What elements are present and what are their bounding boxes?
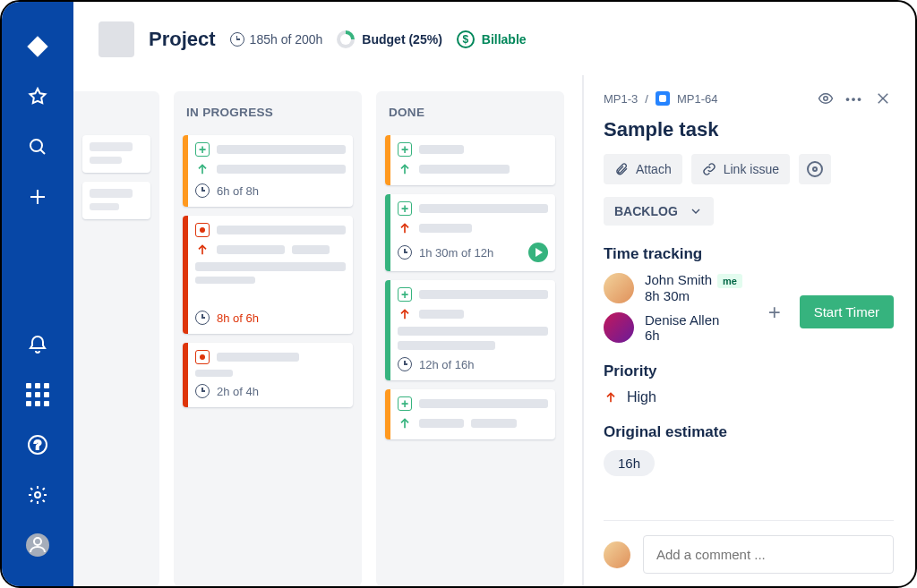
project-title: Project — [149, 28, 216, 51]
board-column-done: DONE + + 1h 30m of 12h — [376, 91, 564, 586]
card-time: 1h 30m of 12h — [419, 246, 493, 260]
card-time: 6h of 8h — [217, 184, 259, 198]
board-card[interactable]: 8h of 6h — [183, 216, 353, 334]
clock-icon — [398, 357, 412, 371]
play-button[interactable] — [528, 243, 548, 262]
task-title: Sample task — [604, 118, 894, 141]
profile-avatar-icon[interactable] — [20, 527, 56, 563]
link-label: Link issue — [724, 162, 779, 176]
budget-text: Budget (25%) — [362, 32, 441, 47]
arrow-up-icon — [195, 243, 210, 257]
search-icon[interactable] — [20, 129, 56, 165]
attach-label: Attach — [636, 162, 672, 176]
kanban-board: IN PROGRESS + 6h of 8h — [73, 75, 582, 586]
estimate-heading: Original estimate — [604, 423, 894, 441]
person-time: 8h 30m — [645, 288, 742, 303]
arrow-up-icon — [195, 162, 210, 176]
priority-value: High — [627, 389, 656, 405]
billable-text: Billable — [482, 32, 527, 47]
plus-square-icon: + — [398, 396, 412, 411]
board-card[interactable]: + 12h of 16h — [385, 280, 555, 380]
svg-line-1 — [40, 149, 45, 154]
plus-square-icon: + — [398, 287, 412, 302]
breadcrumb-child[interactable]: MP1-64 — [677, 92, 718, 106]
board-card[interactable]: 2h of 4h — [183, 343, 353, 407]
diamond-icon[interactable] — [20, 29, 56, 64]
board-column-title: DONE — [385, 102, 555, 126]
more-icon[interactable]: ••• — [844, 88, 865, 109]
billable-chip: $ Billable — [457, 30, 527, 48]
board-card[interactable]: + — [385, 135, 555, 185]
clock-icon — [230, 32, 244, 47]
time-entry: John Smithme 8h 30m — [604, 272, 750, 303]
board-card[interactable]: + 1h 30m of 12h — [385, 194, 555, 271]
svg-point-7 — [34, 538, 41, 545]
start-timer-button[interactable]: Start Timer — [800, 295, 894, 328]
clock-icon — [398, 245, 412, 260]
hours-text: 185h of 200h — [250, 32, 323, 47]
plus-square-icon: + — [195, 142, 210, 157]
attach-button[interactable]: Attach — [604, 154, 682, 184]
help-icon[interactable]: ? — [20, 427, 56, 463]
person-name: John Smith — [645, 272, 712, 287]
time-entry: Denise Allen 6h — [604, 312, 750, 343]
status-label: BACKLOG — [614, 204, 678, 218]
hours-chip: 185h of 200h — [230, 32, 323, 47]
budget-progress-icon — [337, 30, 355, 48]
card-time: 12h of 16h — [419, 358, 474, 371]
avatar — [604, 273, 634, 303]
project-header: Project 185h of 200h Budget (25%) $ Bill… — [73, 2, 915, 75]
board-column-in-progress: IN PROGRESS + 6h of 8h — [174, 91, 362, 586]
clock-icon — [195, 384, 210, 398]
person-name: Denise Allen — [645, 312, 719, 328]
plus-icon[interactable] — [20, 179, 56, 215]
board-column-title — [82, 102, 150, 126]
issue-type-icon — [656, 91, 670, 106]
card-time: 8h of 6h — [217, 311, 259, 325]
svg-point-14 — [824, 97, 828, 101]
close-icon[interactable] — [872, 88, 894, 109]
task-detail-panel: MP1-3 / MP1-64 ••• Sample task Attach — [582, 75, 915, 586]
arrow-up-icon — [398, 416, 412, 430]
plus-square-icon: + — [398, 201, 412, 216]
arrow-up-icon — [398, 162, 412, 176]
avatar — [604, 541, 630, 568]
time-tracking-heading: Time tracking — [604, 245, 894, 263]
settings-gear-icon[interactable] — [20, 477, 56, 513]
dollar-icon: $ — [457, 30, 475, 48]
target-icon — [807, 161, 823, 177]
add-time-entry-button[interactable]: + — [762, 300, 787, 325]
comment-input[interactable] — [643, 535, 894, 574]
chevron-down-icon — [689, 204, 703, 218]
board-card[interactable]: + — [385, 389, 555, 439]
board-column-partial — [73, 91, 159, 586]
apps-icon[interactable] — [20, 377, 56, 413]
record-square-icon — [195, 223, 210, 237]
link-issue-button[interactable]: Link issue — [691, 154, 790, 184]
board-card[interactable]: + 6h of 8h — [183, 135, 353, 207]
budget-chip: Budget (25%) — [337, 30, 441, 48]
record-square-icon — [195, 350, 210, 364]
estimate-value[interactable]: 16h — [604, 450, 655, 476]
arrow-up-icon — [398, 307, 412, 321]
status-dropdown[interactable]: BACKLOG — [604, 197, 714, 226]
breadcrumb-parent[interactable]: MP1-3 — [604, 92, 638, 106]
clock-icon — [195, 183, 210, 198]
star-icon[interactable] — [20, 79, 56, 115]
priority-row[interactable]: High — [604, 389, 894, 405]
plus-square-icon: + — [398, 142, 412, 157]
extras-button[interactable] — [799, 154, 831, 184]
app-sidebar: ? — [2, 2, 73, 586]
svg-point-6 — [35, 492, 40, 498]
board-column-title: IN PROGRESS — [183, 102, 353, 126]
watch-icon[interactable] — [815, 88, 836, 109]
board-card[interactable] — [82, 135, 150, 173]
arrow-up-icon — [398, 221, 412, 235]
clock-icon — [195, 311, 210, 325]
breadcrumb-divider: / — [645, 92, 648, 106]
svg-point-0 — [30, 140, 42, 151]
board-card[interactable] — [82, 182, 150, 219]
priority-high-icon — [604, 390, 618, 405]
me-badge: me — [717, 274, 742, 288]
bell-icon[interactable] — [20, 327, 56, 362]
